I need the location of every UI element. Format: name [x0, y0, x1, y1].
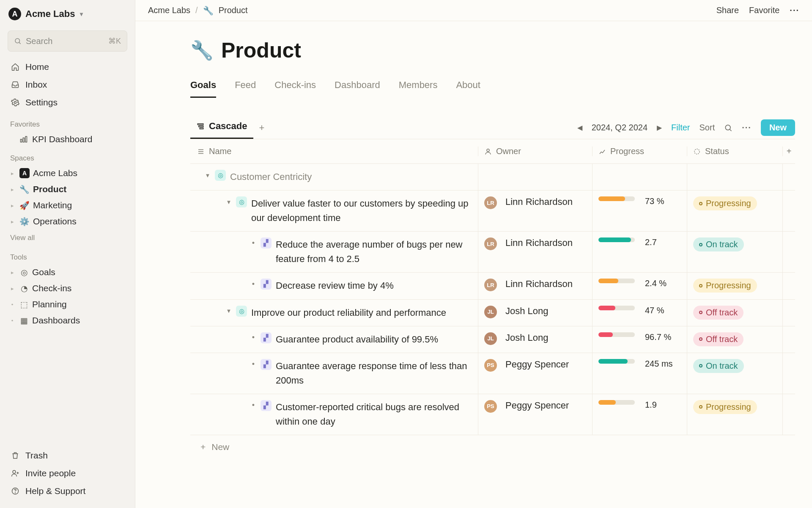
progress-bar [598, 237, 635, 242]
svg-rect-4 [23, 138, 24, 142]
status-dot-icon [699, 405, 702, 409]
bullet-icon: • [250, 333, 257, 342]
chevron-right-icon[interactable]: ▸ [8, 170, 16, 177]
space-label: Acme Labs [33, 168, 77, 178]
avatar: LR [484, 237, 497, 250]
space-label: Marketing [33, 200, 72, 210]
table-row[interactable]: •▞Guarantee product availability of 99.5… [190, 326, 795, 353]
search-placeholder: Search [26, 36, 52, 46]
status-dot-icon [699, 202, 702, 205]
space-item[interactable]: ▸🔧Product [4, 181, 131, 197]
nav-invite[interactable]: Invite people [6, 465, 129, 482]
tab-dashboard[interactable]: Dashboard [335, 80, 380, 98]
sort-button[interactable]: Sort [700, 123, 715, 133]
search-table-button[interactable] [724, 124, 732, 132]
chevron-right-icon[interactable]: ▸ [8, 202, 16, 209]
page-icon[interactable]: 🔧 [190, 39, 214, 61]
favorite-button[interactable]: Favorite [749, 6, 779, 15]
row-name: Guarantee product availability of 99.5% [276, 332, 438, 347]
share-button[interactable]: Share [716, 6, 739, 15]
tab-about[interactable]: About [456, 80, 480, 98]
breadcrumb-page[interactable]: Product [219, 6, 248, 15]
row-type-icon: ▞ [261, 332, 272, 343]
list-icon [197, 148, 205, 155]
section-spaces: Spaces [0, 147, 135, 165]
nav-home[interactable]: Home [6, 58, 129, 75]
search-input[interactable]: Search ⌘K [8, 30, 127, 52]
period-prev-button[interactable]: ◀ [577, 124, 582, 132]
nav-help[interactable]: Help & Support [6, 483, 129, 500]
period-next-button[interactable]: ▶ [657, 124, 662, 132]
nav-settings[interactable]: Settings [6, 94, 129, 111]
plus-icon: + [200, 442, 206, 452]
space-item[interactable]: ▸⚙️Operations [4, 213, 131, 229]
col-status[interactable]: Status [687, 146, 782, 156]
sidebar: A Acme Labs ▾ Search ⌘K Home Inbox [0, 0, 135, 508]
tab-goals[interactable]: Goals [190, 80, 216, 98]
page-title-text[interactable]: Product [221, 38, 301, 63]
favorite-label: KPI Dashboard [32, 134, 92, 144]
table-row[interactable]: ▼◎Improve our product reliability and pe… [190, 300, 795, 326]
col-name[interactable]: Name [190, 146, 478, 156]
table-row[interactable]: ▼◎Deliver value faster to our customers … [190, 190, 795, 232]
row-type-icon: ▞ [261, 359, 272, 370]
chart-icon [19, 135, 29, 144]
svg-rect-10 [199, 126, 203, 127]
table-row[interactable]: •▞Customer-reported critical bugs are re… [190, 394, 795, 435]
avatar: LR [484, 196, 497, 209]
new-button[interactable]: New [761, 119, 795, 136]
table-row[interactable]: •▞Decrease review time by 4%LRLinn Richa… [190, 273, 795, 299]
chevron-down-icon[interactable]: ▼ [225, 308, 233, 314]
tool-item[interactable]: •▦Dashboards [4, 312, 131, 329]
filter-button[interactable]: Filter [671, 123, 690, 133]
add-view-button[interactable]: + [253, 118, 271, 138]
space-item[interactable]: ▸AAcme Labs [4, 165, 131, 181]
nav-trash[interactable]: Trash [6, 447, 129, 464]
nav-label: Home [25, 62, 49, 72]
progress-bar [598, 359, 635, 364]
svg-line-13 [730, 129, 732, 131]
space-label: Operations [33, 216, 77, 226]
tool-item[interactable]: ▸◔Check-ins [4, 280, 131, 296]
favorite-item[interactable]: KPI Dashboard [4, 131, 131, 147]
gear-icon [11, 98, 20, 107]
chevron-right-icon[interactable]: ▸ [8, 186, 16, 193]
help-icon [11, 487, 20, 495]
new-row-button[interactable]: + New [190, 435, 795, 459]
table-row[interactable]: ▼◎Customer Centricity [190, 164, 795, 190]
space-item[interactable]: ▸🚀Marketing [4, 197, 131, 213]
nav-inbox[interactable]: Inbox [6, 76, 129, 93]
more-menu-button[interactable]: ··· [790, 6, 799, 15]
tab-check-ins[interactable]: Check-ins [274, 80, 316, 98]
chevron-down-icon[interactable]: ▼ [204, 172, 211, 179]
breadcrumb-root[interactable]: Acme Labs [148, 6, 190, 15]
tab-feed[interactable]: Feed [235, 80, 256, 98]
tab-members[interactable]: Members [399, 80, 438, 98]
period-picker[interactable]: 2024, Q2 2024 [592, 123, 647, 133]
chevron-right-icon[interactable]: ▸ [8, 285, 16, 292]
row-type-icon: ▞ [261, 237, 272, 248]
view-cascade[interactable]: Cascade [190, 116, 253, 139]
progress-bar [598, 332, 635, 337]
tool-item[interactable]: •⬚Planning [4, 296, 131, 312]
tool-label: Dashboards [32, 315, 80, 326]
tool-label: Planning [32, 299, 67, 309]
chevron-down-icon[interactable]: ▼ [225, 199, 233, 205]
section-favorites: Favorites [0, 113, 135, 131]
table-row[interactable]: •▞Guarantee average response time of les… [190, 353, 795, 394]
add-column-button[interactable]: + [782, 146, 795, 156]
table-row[interactable]: •▞Reduce the average number of bugs per … [190, 232, 795, 273]
tool-item[interactable]: ▸◎Goals [4, 264, 131, 280]
chevron-right-icon[interactable]: ▸ [8, 218, 16, 225]
view-name: Cascade [209, 121, 247, 132]
workspace-switcher[interactable]: A Acme Labs ▾ [8, 8, 126, 20]
col-owner[interactable]: Owner [478, 146, 592, 156]
chevron-right-icon[interactable]: ▸ [8, 269, 16, 276]
owner-name: Josh Long [505, 332, 549, 343]
tool-icon: ▦ [19, 316, 29, 326]
col-progress[interactable]: Progress [592, 146, 687, 156]
view-all-link[interactable]: View all [0, 229, 135, 246]
owner-name: Peggy Spencer [505, 359, 569, 370]
table-more-button[interactable]: ··· [742, 123, 752, 133]
svg-rect-5 [25, 136, 27, 142]
